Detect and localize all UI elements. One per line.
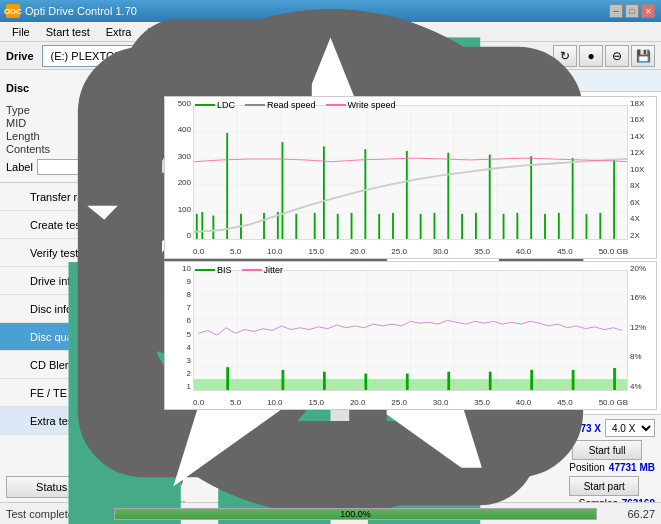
svg-rect-74	[226, 367, 229, 390]
svg-rect-83	[613, 368, 616, 390]
svg-rect-80	[489, 372, 492, 390]
svg-rect-57	[586, 214, 588, 239]
svg-rect-59	[613, 160, 615, 239]
svg-rect-36	[295, 214, 297, 239]
bis-svg	[194, 271, 627, 390]
write-speed-color	[326, 104, 346, 106]
svg-rect-49	[475, 213, 477, 239]
svg-rect-28	[196, 214, 198, 239]
ldc-svg	[194, 106, 627, 239]
svg-rect-73	[194, 379, 627, 390]
bis-chart-inner: BIS Jitter 10 9 8 7 6	[165, 262, 656, 409]
svg-rect-78	[406, 374, 409, 390]
write-speed-label: Write speed	[348, 100, 396, 110]
svg-rect-52	[516, 213, 518, 239]
svg-rect-38	[323, 146, 325, 239]
charts-area: LDC Read speed Write speed	[160, 92, 661, 414]
svg-rect-75	[282, 370, 285, 390]
svg-rect-48	[461, 214, 463, 239]
ldc-label: LDC	[217, 100, 235, 110]
svg-rect-41	[364, 149, 366, 239]
jitter-color	[242, 269, 262, 271]
ldc-plot	[193, 105, 628, 240]
svg-rect-77	[364, 374, 367, 390]
svg-rect-29	[201, 212, 203, 239]
bis-y-axis-right: 20% 16% 12% 8% 4%	[628, 262, 656, 391]
svg-rect-53	[530, 156, 532, 239]
svg-rect-56	[572, 158, 574, 239]
ldc-x-axis: 0.0 5.0 10.0 15.0 20.0 25.0 30.0 35.0 40…	[193, 247, 628, 256]
jitter-legend-item: Jitter	[242, 265, 284, 275]
sidebar-item-extra-tests[interactable]: Extra tests	[0, 407, 159, 435]
svg-rect-31	[226, 133, 228, 239]
svg-rect-40	[351, 213, 353, 239]
jitter-legend-label: Jitter	[264, 265, 284, 275]
svg-rect-44	[406, 151, 408, 239]
ldc-color	[195, 104, 215, 106]
bis-chart: BIS Jitter 10 9 8 7 6	[164, 261, 657, 410]
nav-items: Transfer rate Create test disc Verify te…	[0, 183, 159, 472]
progress-bar: 100.0%	[114, 508, 597, 520]
main-layout: Disc Type BD-R DL MID MEIRB1 (001) Lengt…	[0, 70, 661, 502]
svg-rect-76	[323, 372, 326, 390]
svg-rect-37	[314, 213, 316, 239]
svg-rect-81	[530, 370, 533, 390]
read-speed-legend-item: Read speed	[245, 100, 316, 110]
svg-rect-79	[447, 372, 450, 390]
svg-rect-42	[378, 214, 380, 239]
svg-rect-82	[572, 370, 575, 390]
svg-rect-51	[503, 214, 505, 239]
svg-rect-43	[392, 213, 394, 239]
extra-tests-icon	[8, 413, 24, 429]
read-speed-label: Read speed	[267, 100, 316, 110]
ldc-legend: LDC Read speed Write speed	[195, 100, 395, 110]
bis-color	[195, 269, 215, 271]
ldc-chart: LDC Read speed Write speed	[164, 96, 657, 259]
bis-legend: BIS Jitter	[195, 265, 283, 275]
svg-rect-35	[282, 142, 284, 239]
svg-rect-50	[489, 155, 491, 239]
bis-plot	[193, 270, 628, 391]
ldc-y-axis-right: 18X 16X 14X 12X 10X 8X 6X 4X 2X	[628, 97, 656, 240]
ldc-y-axis-left: 500 400 300 200 100 0	[165, 97, 193, 240]
svg-rect-45	[420, 214, 422, 239]
svg-rect-54	[544, 214, 546, 239]
svg-rect-55	[558, 213, 560, 239]
ldc-legend-item: LDC	[195, 100, 235, 110]
svg-rect-33	[263, 213, 265, 239]
sidebar: Disc Type BD-R DL MID MEIRB1 (001) Lengt…	[0, 70, 160, 502]
ldc-chart-inner: LDC Read speed Write speed	[165, 97, 656, 258]
bis-legend-item: BIS	[195, 265, 232, 275]
bis-legend-label: BIS	[217, 265, 232, 275]
bis-y-axis-left: 10 9 8 7 6 5 4 3 2 1	[165, 262, 193, 391]
svg-rect-46	[434, 213, 436, 239]
svg-rect-47	[447, 153, 449, 239]
svg-rect-58	[599, 213, 601, 239]
bis-x-axis: 0.0 5.0 10.0 15.0 20.0 25.0 30.0 35.0 40…	[193, 398, 628, 407]
read-speed-color	[245, 104, 265, 106]
svg-rect-39	[337, 214, 339, 239]
progress-text: 100.0%	[115, 509, 596, 519]
write-speed-legend-item: Write speed	[326, 100, 396, 110]
svg-rect-30	[212, 216, 214, 239]
